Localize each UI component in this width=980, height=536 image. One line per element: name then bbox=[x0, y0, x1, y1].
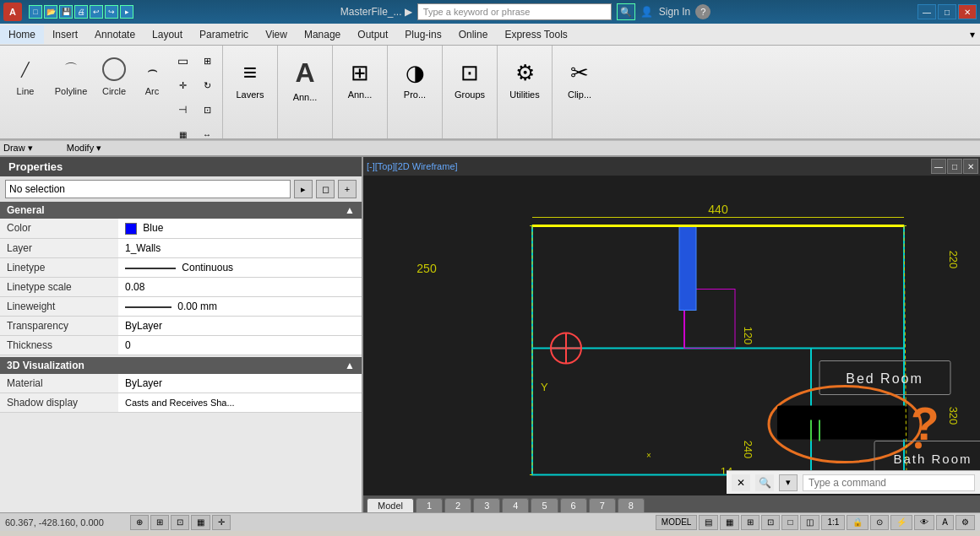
scale-btn[interactable]: ⊡ bbox=[195, 98, 219, 122]
menu-insert[interactable]: Insert bbox=[44, 25, 86, 44]
tab-6[interactable]: 6 bbox=[560, 498, 587, 512]
menu-output[interactable]: Output bbox=[349, 25, 396, 44]
ribbon-block-button[interactable]: ⊞ Ann... bbox=[338, 49, 382, 110]
status-icon-2[interactable]: ⊞ bbox=[150, 515, 169, 530]
tab-2[interactable]: 2 bbox=[444, 498, 471, 512]
titlebar-search[interactable]: Type a keyword or phrase bbox=[417, 3, 612, 20]
user-icon[interactable]: 👤 bbox=[640, 5, 654, 19]
stretch-btn[interactable]: ↔ bbox=[195, 122, 219, 140]
thickness-value[interactable]: 0 bbox=[118, 335, 362, 355]
tab-1[interactable]: 1 bbox=[416, 498, 443, 512]
menu-annotate[interactable]: Annotate bbox=[86, 25, 144, 44]
menu-view[interactable]: View bbox=[257, 25, 296, 44]
status-otrack-btn[interactable]: □ bbox=[781, 515, 798, 530]
model-space-btn[interactable]: MODEL bbox=[656, 515, 698, 530]
menu-layout[interactable]: Layout bbox=[144, 25, 191, 44]
lock-icon[interactable]: 🔒 bbox=[847, 515, 868, 530]
maximize-button[interactable]: □ bbox=[938, 4, 956, 19]
minimize-button[interactable]: — bbox=[917, 4, 936, 19]
menu-plugins[interactable]: Plug-ins bbox=[396, 25, 449, 44]
status-grid-btn[interactable]: ▤ bbox=[699, 515, 718, 530]
nav-wheel-btn[interactable]: ⊙ bbox=[870, 515, 889, 530]
help-icon[interactable]: ? bbox=[695, 4, 710, 19]
ribbon: ╱ Line ⌒ Polyline Circle ⌢ Arc bbox=[0, 46, 980, 140]
ribbon-layers-button[interactable]: ≡ Lavers bbox=[228, 49, 272, 110]
rotate-btn[interactable]: ↻ bbox=[195, 73, 219, 97]
tab-model[interactable]: Model bbox=[367, 498, 414, 512]
ribbon-line-button[interactable]: ╱ Line bbox=[3, 49, 47, 101]
toggle-pickadd-btn[interactable]: + bbox=[338, 180, 357, 198]
status-snap-btn[interactable]: ▦ bbox=[720, 515, 739, 530]
color-value[interactable]: Blue bbox=[118, 219, 362, 238]
selection-dropdown[interactable]: No selection bbox=[5, 180, 291, 198]
layer-value[interactable]: 1_Walls bbox=[118, 238, 362, 257]
signin-label[interactable]: Sign In bbox=[659, 6, 690, 18]
status-ucs-btn[interactable]: ◫ bbox=[800, 515, 819, 530]
quick-select-btn[interactable]: ▸ bbox=[294, 180, 313, 198]
annotation-scale-btn[interactable]: A bbox=[936, 515, 954, 530]
menu-parametric[interactable]: Parametric bbox=[191, 25, 257, 44]
menu-home[interactable]: Home bbox=[0, 25, 44, 44]
linetype-value[interactable]: Continuous bbox=[118, 257, 362, 277]
draw-label[interactable]: Draw ▾ bbox=[3, 143, 33, 154]
ribbon-clip-button[interactable]: ✂ Clip... bbox=[558, 49, 602, 110]
command-search-btn[interactable]: 🔍 bbox=[755, 474, 774, 491]
menu-express-tools[interactable]: Express Tools bbox=[496, 25, 575, 44]
linetype-scale-value[interactable]: 0.08 bbox=[118, 277, 362, 296]
command-arrow-btn[interactable]: ▾ bbox=[779, 474, 798, 491]
status-icon-4[interactable]: ▦ bbox=[191, 515, 210, 530]
viewport-restore-btn[interactable]: □ bbox=[947, 159, 962, 174]
drawing-canvas[interactable]: 440 250 220 120 320 240 14 bbox=[363, 176, 980, 512]
command-close-btn[interactable]: ✕ bbox=[732, 474, 750, 491]
move-btn[interactable]: ✛ bbox=[171, 73, 194, 97]
ribbon-collapse-btn[interactable]: ▾ bbox=[965, 27, 980, 42]
tab-3[interactable]: 3 bbox=[473, 498, 500, 512]
ribbon-properties-button[interactable]: ◑ Pro... bbox=[393, 49, 437, 110]
hatch-btn[interactable]: ⊞ bbox=[195, 49, 219, 73]
isolate-btn[interactable]: 👁 bbox=[914, 515, 934, 530]
close-button[interactable]: ✕ bbox=[958, 4, 977, 19]
tab-8[interactable]: 8 bbox=[618, 498, 645, 512]
viewport-close-btn[interactable]: ✕ bbox=[963, 159, 978, 174]
search-btn[interactable]: 🔍 bbox=[617, 3, 635, 20]
viewport-minimize-btn[interactable]: — bbox=[931, 159, 946, 174]
save-icon[interactable]: 💾 bbox=[59, 5, 73, 19]
tab-5[interactable]: 5 bbox=[531, 498, 558, 512]
new-icon[interactable]: □ bbox=[29, 5, 42, 19]
undo-icon[interactable]: ↩ bbox=[90, 5, 103, 19]
lineweight-value[interactable]: 0.00 mm bbox=[118, 296, 362, 316]
status-ortho-btn[interactable]: ⊞ bbox=[741, 515, 760, 530]
menu-online[interactable]: Online bbox=[450, 25, 497, 44]
select-objects-btn[interactable]: ◻ bbox=[316, 180, 335, 198]
status-polar-btn[interactable]: ⊡ bbox=[761, 515, 780, 530]
tab-7[interactable]: 7 bbox=[589, 498, 616, 512]
ribbon-polyline-button[interactable]: ⌒ Polyline bbox=[49, 49, 93, 101]
open-icon[interactable]: 📂 bbox=[44, 5, 57, 19]
menu-manage[interactable]: Manage bbox=[296, 25, 349, 44]
tab-4[interactable]: 4 bbox=[502, 498, 529, 512]
material-value[interactable]: ByLayer bbox=[118, 374, 362, 393]
ribbon-arc-button[interactable]: ⌢ Arc bbox=[135, 49, 169, 101]
command-input[interactable] bbox=[803, 474, 975, 491]
array-btn[interactable]: ▦ bbox=[171, 122, 194, 140]
viz3d-section-header[interactable]: 3D Visualization ▲ bbox=[0, 357, 362, 374]
status-icon-1[interactable]: ⊕ bbox=[130, 515, 149, 530]
print-icon[interactable]: 🖨 bbox=[74, 5, 88, 19]
shadow-value[interactable]: Casts and Receives Sha... bbox=[118, 393, 362, 412]
more-icon[interactable]: ▸ bbox=[120, 5, 133, 19]
modify-label[interactable]: Modify ▾ bbox=[67, 143, 101, 154]
status-icon-5[interactable]: ✛ bbox=[212, 515, 231, 530]
general-section-header[interactable]: General ▲ bbox=[0, 202, 362, 219]
redo-icon[interactable]: ↪ bbox=[105, 5, 118, 19]
ws-settings-btn[interactable]: ⚙ bbox=[956, 515, 975, 530]
rect-btn[interactable]: ▭ bbox=[171, 49, 194, 73]
ribbon-circle-button[interactable]: Circle bbox=[95, 49, 133, 101]
ribbon-utilities-button[interactable]: ⚙ Utilities bbox=[503, 49, 547, 110]
mirror-btn[interactable]: ⊣ bbox=[171, 98, 194, 122]
ribbon-annotation-button[interactable]: A Ann... bbox=[283, 49, 327, 110]
ribbon-groups-button[interactable]: ⊡ Groups bbox=[448, 49, 492, 110]
viewport-label[interactable]: [-][Top][2D Wireframe] bbox=[367, 161, 458, 171]
hardware-accel-btn[interactable]: ⚡ bbox=[890, 515, 912, 530]
status-icon-3[interactable]: ⊡ bbox=[171, 515, 189, 530]
transparency-value[interactable]: ByLayer bbox=[118, 316, 362, 335]
